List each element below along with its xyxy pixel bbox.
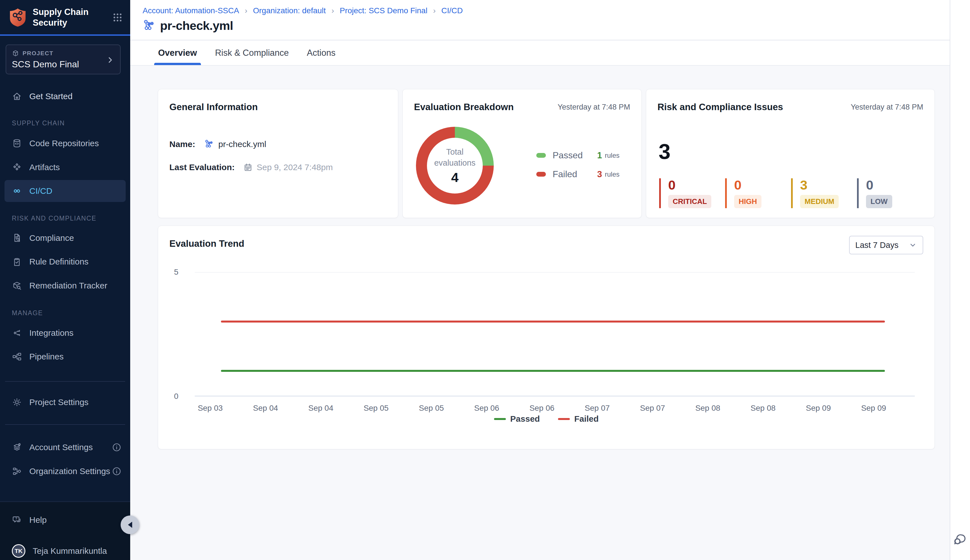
integrations-icon xyxy=(12,328,22,338)
trend-plot-area xyxy=(195,272,915,396)
info-icon[interactable] xyxy=(112,442,122,452)
cicd-infinity-icon xyxy=(12,186,22,196)
sidebar-item-integrations[interactable]: Integrations xyxy=(5,324,126,342)
project-settings-gear-icon xyxy=(12,397,22,407)
home-icon xyxy=(12,91,22,102)
card-timestamp: Yesterday at 7:48 PM xyxy=(558,103,630,112)
chevron-right-icon: › xyxy=(331,6,334,15)
name-label: Name: xyxy=(169,140,195,149)
sidebar-item-rule-definitions[interactable]: Rule Definitions xyxy=(5,253,126,271)
app-title: Supply ChainSecurity xyxy=(33,7,112,28)
sidebar-item-user[interactable]: TK Teja Kummarikuntla xyxy=(5,542,126,560)
x-axis-tick: Sep 09 xyxy=(861,404,886,413)
sidebar-item-label: Integrations xyxy=(29,328,73,338)
sidebar-item-artifacts[interactable]: Artifacts xyxy=(5,158,126,176)
sidebar-item-help[interactable]: ? Help xyxy=(5,511,126,529)
sidebar-item-code-repositories[interactable]: Code Repositories xyxy=(5,134,126,152)
chat-bubbles-icon[interactable] xyxy=(953,532,967,547)
card-title: Risk and Compliance Issues xyxy=(658,102,783,112)
breakdown-legend: Passed 1 rules Failed 3 rules xyxy=(536,150,619,180)
card-timestamp: Yesterday at 7:48 PM xyxy=(851,103,923,112)
legend-toggle-passed[interactable]: Passed xyxy=(494,414,540,424)
page-header: Account: Automation-SSCA › Organization:… xyxy=(130,0,950,40)
sidebar: Supply ChainSecurity PROJECT SCS Demo Fi… xyxy=(0,0,130,560)
x-axis-tick: Sep 05 xyxy=(419,404,444,413)
x-axis-tick: Sep 04 xyxy=(308,404,333,413)
evaluation-breakdown-card: Evaluation Breakdown Yesterday at 7:48 P… xyxy=(402,89,642,218)
tab-overview[interactable]: Overview xyxy=(156,41,199,65)
tab-risk-and-compliance[interactable]: Risk & Compliance xyxy=(213,41,290,65)
user-name: Teja Kummarikuntla xyxy=(33,546,107,556)
sidebar-item-label: Help xyxy=(29,515,47,525)
failed-dash-icon xyxy=(558,418,570,420)
chevron-right-icon: › xyxy=(245,6,247,15)
x-axis-tick: Sep 08 xyxy=(695,404,720,413)
sidebar-item-organization-settings[interactable]: Organization Settings xyxy=(5,462,126,480)
sidebar-item-account-settings[interactable]: Account Settings xyxy=(5,438,126,456)
sidebar-collapse-button[interactable] xyxy=(120,515,139,534)
sidebar-divider xyxy=(5,424,125,425)
sidebar-item-remediation-tracker[interactable]: Remediation Tracker xyxy=(5,277,126,295)
sidebar-item-label: Project Settings xyxy=(29,397,88,407)
sidebar-item-project-settings[interactable]: Project Settings xyxy=(5,393,126,411)
breadcrumb-project-link[interactable]: Project: SCS Demo Final xyxy=(340,6,427,15)
chevron-right-icon xyxy=(106,56,114,64)
project-selector[interactable]: PROJECT SCS Demo Final xyxy=(6,45,120,74)
breadcrumb: Account: Automation-SSCA › Organization:… xyxy=(143,6,463,15)
breadcrumb-account-link[interactable]: Account: Automation-SSCA xyxy=(143,6,239,15)
sidebar-item-cicd[interactable]: CI/CD xyxy=(5,180,126,202)
breadcrumb-cicd-link[interactable]: CI/CD xyxy=(441,6,463,15)
sidebar-item-compliance[interactable]: Compliance xyxy=(5,229,126,247)
chevron-right-icon: › xyxy=(433,6,436,15)
severity-badge: MEDIUM xyxy=(800,195,839,208)
chevron-down-icon xyxy=(908,241,917,249)
passed-dash-icon xyxy=(494,418,506,420)
medium-count: 3 xyxy=(800,178,857,192)
trend-legend: Passed Failed xyxy=(158,414,935,424)
severity-badge: CRITICAL xyxy=(668,195,711,208)
severity-tile-critical: 0 CRITICAL xyxy=(659,178,725,208)
overview-content: General Information Name: pr-check.yml xyxy=(130,66,950,560)
breadcrumb-organization-link[interactable]: Organization: default xyxy=(253,6,326,15)
passed-series-line xyxy=(221,370,885,372)
sidebar-section-supply-chain: SUPPLY CHAIN xyxy=(12,120,65,127)
date-range-select[interactable]: Last 7 Days xyxy=(849,236,923,254)
failed-swatch-icon xyxy=(536,172,546,177)
organization-settings-icon xyxy=(12,466,22,476)
main-content: Account: Automation-SSCA › Organization:… xyxy=(130,0,950,560)
x-axis-tick: Sep 06 xyxy=(529,404,554,413)
pipelines-icon xyxy=(12,352,22,362)
x-axis-tick: Sep 07 xyxy=(640,404,665,413)
failed-series-line xyxy=(221,320,885,323)
x-axis-labels: Sep 03Sep 04Sep 04Sep 05Sep 05Sep 06Sep … xyxy=(210,404,874,415)
sidebar-item-label: Compliance xyxy=(29,233,74,243)
legend-item-passed: Passed 1 rules xyxy=(536,150,619,160)
total-evaluations-value: 4 xyxy=(451,170,459,185)
evaluation-trend-card: Evaluation Trend Last 7 Days 5 0 Sep 03S… xyxy=(158,226,935,449)
brand: Supply ChainSecurity xyxy=(9,7,123,28)
sidebar-divider xyxy=(5,381,125,382)
cube-icon xyxy=(12,50,19,57)
card-title: General Information xyxy=(169,102,258,112)
low-count: 0 xyxy=(866,178,923,192)
severity-tile-medium: 3 MEDIUM xyxy=(791,178,857,208)
project-selector-label: PROJECT xyxy=(23,50,53,57)
sidebar-item-label: Code Repositories xyxy=(29,138,99,148)
sidebar-item-get-started[interactable]: Get Started xyxy=(5,87,126,105)
risk-and-compliance-issues-card: Risk and Compliance Issues Yesterday at … xyxy=(646,89,935,218)
sidebar-item-pipelines[interactable]: Pipelines xyxy=(5,348,126,366)
app-grid-icon[interactable] xyxy=(112,12,123,23)
compliance-icon xyxy=(12,233,22,243)
sidebar-item-label: Get Started xyxy=(29,92,72,101)
tab-bar: Overview Risk & Compliance Actions xyxy=(130,41,950,66)
tab-actions[interactable]: Actions xyxy=(305,41,337,65)
date-range-value: Last 7 Days xyxy=(855,240,898,250)
project-selector-name: SCS Demo Final xyxy=(12,59,114,70)
last-evaluation-value: Sep 9, 2024 7:48pm xyxy=(257,163,333,172)
general-information-card: General Information Name: pr-check.yml xyxy=(158,89,398,218)
x-axis-tick: Sep 08 xyxy=(750,404,776,413)
legend-toggle-failed[interactable]: Failed xyxy=(558,414,599,424)
sidebar-item-label: Rule Definitions xyxy=(29,257,88,267)
supply-chain-security-shield-logo-icon xyxy=(9,8,27,27)
info-icon[interactable] xyxy=(112,466,122,476)
